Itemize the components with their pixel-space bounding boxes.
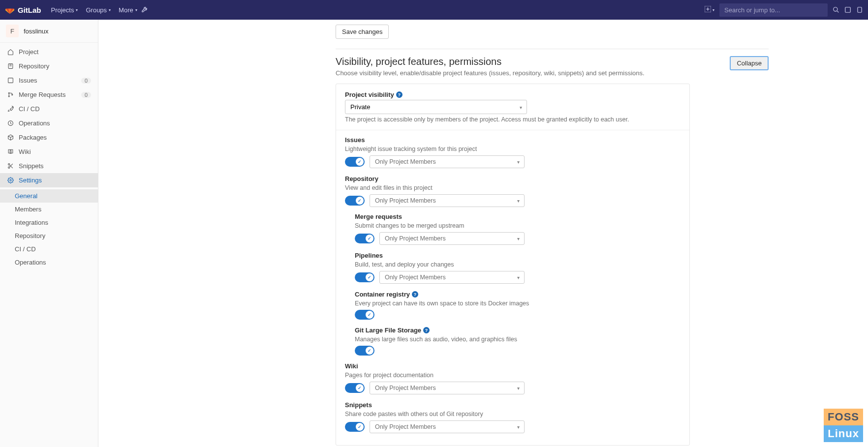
field-label: Pipelines <box>355 252 681 259</box>
sidebar-item-label: Project <box>19 48 38 56</box>
sidebar-item-settings[interactable]: Settings <box>0 173 98 187</box>
sidebar-item-label: Snippets <box>19 162 44 170</box>
admin-wrench-icon[interactable] <box>141 5 149 14</box>
sidebar-item-repository[interactable]: Repository <box>0 59 98 73</box>
create-new-dropdown[interactable]: ▾ <box>705 6 714 14</box>
repository-access-select[interactable]: Only Project Members <box>370 194 525 207</box>
brand-label: GitLab <box>18 6 41 14</box>
subnav-cicd[interactable]: CI / CD <box>0 242 98 256</box>
main-content: Save changes Visibility, project feature… <box>188 20 778 447</box>
subnav-general[interactable]: General <box>0 189 98 203</box>
search-icon[interactable] <box>833 6 839 13</box>
svg-point-1 <box>834 7 837 11</box>
subnav-members[interactable]: Members <box>0 203 98 216</box>
settings-panel: Project visibility? Private The project … <box>336 84 690 446</box>
nav-projects[interactable]: Projects▾ <box>51 6 78 14</box>
help-icon[interactable]: ? <box>412 291 418 298</box>
field-hint: Submit changes to be merged upstream <box>355 222 681 229</box>
issues-access-select[interactable]: Only Project Members <box>370 155 525 168</box>
field-issues: Issues Lightweight issue tracking system… <box>345 136 681 168</box>
chevron-down-icon: ▾ <box>135 8 137 12</box>
field-snippets: Snippets Share code pastes with others o… <box>345 401 681 433</box>
visibility-select[interactable]: Private <box>345 100 527 114</box>
wiki-access-select[interactable]: Only Project Members <box>370 382 525 394</box>
sidebar-item-packages[interactable]: Packages <box>0 130 98 145</box>
collapse-section-button[interactable]: Collapse <box>730 56 769 70</box>
subnav-integrations[interactable]: Integrations <box>0 216 98 229</box>
project-header[interactable]: F fosslinux <box>0 20 98 43</box>
plus-icon <box>705 6 711 14</box>
field-label: Git Large File Storage <box>355 327 421 334</box>
field-wiki: Wiki Pages for project documentation Onl… <box>345 362 681 394</box>
nav-more[interactable]: More▾ <box>119 6 137 14</box>
snippets-toggle[interactable] <box>345 422 365 432</box>
brand[interactable]: GitLab <box>5 5 41 15</box>
field-hint: Manages large files such as audio, video… <box>355 336 681 343</box>
sidebar-item-cicd[interactable]: CI / CD <box>0 102 98 116</box>
section-desc: Choose visibility level, enable/disable … <box>336 69 645 77</box>
chevron-down-icon: ▾ <box>713 8 714 12</box>
snippets-access-select[interactable]: Only Project Members <box>370 420 525 433</box>
merge-requests-access-select[interactable]: Only Project Members <box>379 232 525 245</box>
field-git-lfs: Git Large File Storage? Manages large fi… <box>355 327 681 356</box>
nav-items: Projects▾ Groups▾ More▾ <box>51 6 137 14</box>
field-label: Repository <box>345 175 681 182</box>
svg-point-12 <box>9 179 11 181</box>
search-input[interactable] <box>719 3 828 17</box>
pipelines-toggle[interactable] <box>355 272 374 282</box>
sidebar-item-snippets[interactable]: Snippets <box>0 159 98 173</box>
field-repository: Repository View and edit files in this p… <box>345 175 681 356</box>
issues-icon <box>7 77 14 84</box>
repository-icon <box>7 63 14 70</box>
field-merge-requests: Merge requests Submit changes to be merg… <box>355 213 681 245</box>
sidebar-item-label: Repository <box>19 62 49 70</box>
field-label: Merge requests <box>355 213 681 220</box>
watermark-linux: Linux <box>824 425 863 442</box>
help-icon[interactable]: ? <box>423 327 430 333</box>
sidebar-item-label: Operations <box>19 119 50 127</box>
watermark: FOSS Linux <box>824 409 863 442</box>
svg-point-7 <box>8 96 9 97</box>
project-name: fosslinux <box>24 28 49 35</box>
field-label: Project visibility <box>345 91 394 98</box>
scissors-icon <box>7 163 14 170</box>
svg-rect-2 <box>845 7 851 13</box>
sidebar-item-operations[interactable]: Operations <box>0 116 98 130</box>
git-lfs-toggle[interactable] <box>355 346 374 356</box>
gear-icon <box>7 177 14 184</box>
section-header: Visibility, project features, permission… <box>336 56 769 77</box>
repository-toggle[interactable] <box>345 196 365 206</box>
merge-icon <box>7 91 14 98</box>
operations-icon <box>7 120 14 127</box>
sidebar-item-wiki[interactable]: Wiki <box>0 145 98 159</box>
field-hint: Build, test, and deploy your changes <box>355 261 681 268</box>
issues-shortcut-icon[interactable] <box>844 6 851 13</box>
container-registry-toggle[interactable] <box>355 310 374 320</box>
sidebar-item-label: Settings <box>19 177 42 184</box>
field-hint: Pages for project documentation <box>345 372 681 379</box>
issues-toggle[interactable] <box>345 157 365 167</box>
pipelines-access-select[interactable]: Only Project Members <box>379 271 525 284</box>
field-label: Issues <box>345 136 681 144</box>
sidebar-item-project[interactable]: Project <box>0 45 98 59</box>
nav-groups[interactable]: Groups▾ <box>86 6 111 14</box>
nav-projects-label: Projects <box>51 6 74 14</box>
save-button[interactable]: Save changes <box>336 25 389 39</box>
nav-more-label: More <box>119 6 133 14</box>
subnav-repository[interactable]: Repository <box>0 229 98 242</box>
help-icon[interactable]: ? <box>396 91 403 98</box>
top-nav: GitLab Projects▾ Groups▾ More▾ ▾ <box>0 0 868 20</box>
subnav-operations[interactable]: Operations <box>0 256 98 269</box>
merge-requests-toggle[interactable] <box>355 234 374 243</box>
field-hint: Share code pastes with others out of Git… <box>345 411 681 417</box>
field-hint: Lightweight issue tracking system for th… <box>345 146 681 152</box>
todos-shortcut-icon[interactable] <box>856 6 863 13</box>
layout: F fosslinux Project Repository Issues0 M… <box>0 20 868 447</box>
sidebar-item-merge-requests[interactable]: Merge Requests0 <box>0 88 98 102</box>
section-title: Visibility, project features, permission… <box>336 56 645 67</box>
sidebar-item-label: Packages <box>19 134 47 141</box>
svg-point-11 <box>8 167 9 168</box>
chevron-down-icon: ▾ <box>76 8 78 12</box>
wiki-toggle[interactable] <box>345 383 365 393</box>
sidebar-item-issues[interactable]: Issues0 <box>0 73 98 88</box>
